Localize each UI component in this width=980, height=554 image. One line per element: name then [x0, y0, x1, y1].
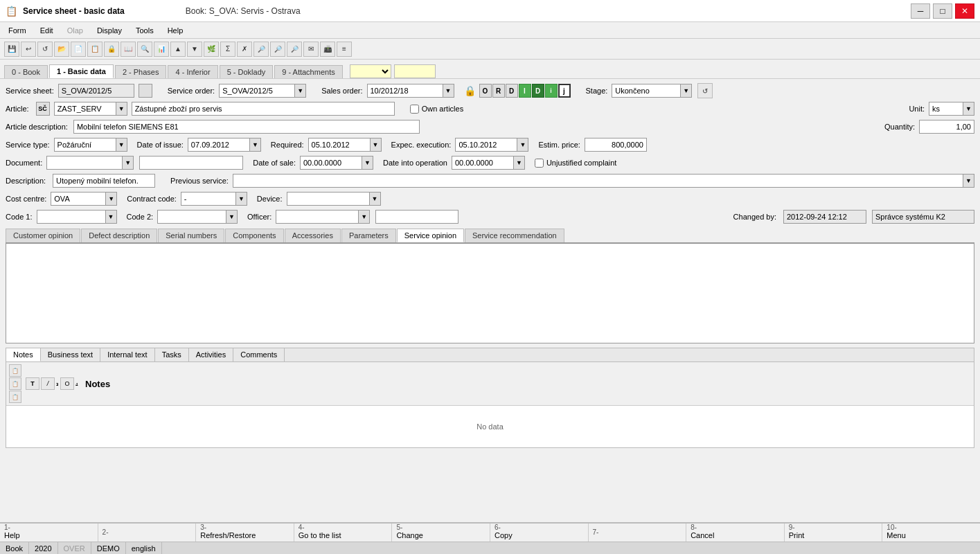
service-order-input[interactable] — [219, 84, 295, 98]
status-j[interactable]: j — [558, 84, 571, 98]
code1-input[interactable] — [37, 210, 106, 224]
stage-dropdown[interactable]: ▼ — [681, 84, 692, 98]
minimize-button[interactable]: ─ — [911, 3, 930, 19]
article-description-input[interactable] — [73, 120, 420, 134]
tab-attachments[interactable]: 9 - Attachments — [274, 65, 342, 78]
tb-clear[interactable]: ✗ — [237, 42, 252, 57]
tb-copy[interactable]: 📋 — [87, 42, 103, 57]
fn-8[interactable]: 8- Cancel — [686, 524, 785, 542]
tab-basic-data[interactable]: 1 - Basic data — [49, 64, 114, 78]
status-D[interactable]: D — [506, 84, 518, 98]
required-dropdown[interactable]: ▼ — [371, 138, 382, 152]
date-operation-dropdown[interactable]: ▼ — [514, 156, 525, 170]
description-input[interactable] — [53, 174, 155, 188]
fn-5[interactable]: 5- Change — [392, 524, 490, 542]
previous-service-dropdown[interactable]: ▼ — [963, 174, 974, 188]
cost-centre-dropdown[interactable]: ▼ — [106, 192, 117, 206]
tab-customer-opinion[interactable]: Customer opinion — [6, 229, 80, 242]
required-input[interactable] — [308, 138, 371, 152]
tb-search2[interactable]: 🔎 — [270, 42, 285, 57]
status-I[interactable]: I — [519, 84, 531, 98]
document-input[interactable] — [46, 156, 123, 170]
tb-menu[interactable]: ≡ — [337, 42, 352, 57]
unit-input[interactable] — [929, 102, 963, 116]
sales-order-input[interactable] — [367, 84, 443, 98]
expec-execution-input[interactable] — [455, 138, 517, 152]
tab-service-recommendation[interactable]: Service recommendation — [465, 229, 564, 242]
tab-serial-numbers[interactable]: Serial numbers — [158, 229, 224, 242]
service-type-input[interactable] — [54, 138, 116, 152]
fn-6[interactable]: 6- Copy — [490, 524, 589, 542]
notes-btn-2[interactable]: 📋 — [9, 377, 21, 390]
opinion-area[interactable] — [6, 243, 974, 343]
notes-btn-1[interactable]: 📋 — [9, 364, 21, 377]
tb-email[interactable]: ✉ — [303, 42, 319, 57]
notes-tab-comments[interactable]: Comments — [233, 348, 285, 361]
fn-9[interactable]: 9- Print — [785, 524, 883, 542]
tb-up[interactable]: ▲ — [170, 42, 186, 57]
fn-7[interactable]: 7- — [589, 524, 687, 542]
date-issue-input[interactable] — [188, 138, 250, 152]
date-sale-dropdown[interactable]: ▼ — [362, 156, 373, 170]
tab-defect-description[interactable]: Defect description — [81, 229, 157, 242]
code2-input[interactable] — [157, 210, 226, 224]
date-sale-input[interactable] — [300, 156, 362, 170]
tab-service-opinion[interactable]: Service opinion — [397, 229, 464, 242]
officer-input[interactable] — [276, 210, 359, 224]
menu-help[interactable]: Help — [165, 25, 186, 36]
tb-redo[interactable]: ↺ — [37, 42, 53, 57]
tab-phases[interactable]: 2 - Phases — [115, 65, 167, 78]
device-input[interactable] — [287, 192, 370, 206]
fn-2[interactable]: 2- — [98, 524, 197, 542]
service-sheet-input[interactable] — [58, 84, 134, 98]
tab-inferior[interactable]: 4 - Inferior — [168, 65, 217, 78]
stage-reset[interactable]: ↺ — [697, 83, 713, 98]
tb-new[interactable]: 📄 — [71, 42, 86, 57]
notes-tab-business[interactable]: Business text — [41, 348, 100, 361]
notes-tab-notes[interactable]: Notes — [6, 348, 41, 361]
unjustified-check[interactable] — [535, 159, 544, 168]
status-O[interactable]: O — [479, 84, 492, 98]
fn-1[interactable]: 1- Help — [0, 524, 98, 542]
notes-bold-btn[interactable]: T — [26, 377, 39, 390]
menu-tools[interactable]: Tools — [133, 25, 157, 36]
article-code-dropdown[interactable]: ▼ — [116, 102, 127, 116]
tb-lock[interactable]: 🔒 — [104, 42, 119, 57]
estim-price-input[interactable] — [585, 138, 647, 152]
stage-input[interactable] — [612, 84, 681, 98]
sales-order-dropdown[interactable]: ▼ — [443, 84, 454, 98]
fn-10[interactable]: 10- Menu — [882, 524, 980, 542]
notes-btn-3[interactable]: 📋 — [9, 391, 21, 403]
service-type-dropdown[interactable]: ▼ — [116, 138, 127, 152]
officer-extra-input[interactable] — [375, 210, 458, 224]
status-D2[interactable]: D — [532, 84, 544, 98]
tb-chart[interactable]: 📊 — [154, 42, 169, 57]
previous-service-input[interactable] — [233, 174, 963, 188]
notes-tab-tasks[interactable]: Tasks — [155, 348, 189, 361]
tab-parameters[interactable]: Parameters — [341, 229, 396, 242]
own-articles-check[interactable] — [410, 105, 419, 114]
document-dropdown[interactable]: ▼ — [123, 156, 134, 170]
article-desc-input[interactable] — [132, 102, 395, 116]
notes-tab-internal[interactable]: Internal text — [100, 348, 154, 361]
article-code-input[interactable] — [54, 102, 116, 116]
tab-doklady[interactable]: 5 - Doklady — [220, 65, 274, 78]
notes-format-btn[interactable]: O — [60, 377, 74, 390]
menu-form[interactable]: Form — [6, 25, 29, 36]
contract-code-input[interactable] — [181, 192, 236, 206]
tb-sum[interactable]: Σ — [220, 42, 235, 57]
expec-execution-dropdown[interactable]: ▼ — [517, 138, 528, 152]
status-i[interactable]: i — [545, 84, 558, 98]
menu-olap[interactable]: Olap — [64, 25, 86, 36]
tb-save[interactable]: 💾 — [4, 42, 19, 57]
tb-fax[interactable]: 📠 — [320, 42, 335, 57]
tab-components[interactable]: Components — [225, 229, 283, 242]
article-sc-badge[interactable]: SČ — [36, 102, 50, 116]
date-issue-dropdown[interactable]: ▼ — [250, 138, 261, 152]
notes-italic-btn[interactable]: / — [41, 377, 55, 390]
officer-dropdown[interactable]: ▼ — [359, 210, 370, 224]
tab-accessories[interactable]: Accessories — [285, 229, 341, 242]
notes-tab-activities[interactable]: Activities — [189, 348, 233, 361]
contract-code-dropdown[interactable]: ▼ — [236, 192, 247, 206]
tb-book[interactable]: 📖 — [121, 42, 136, 57]
